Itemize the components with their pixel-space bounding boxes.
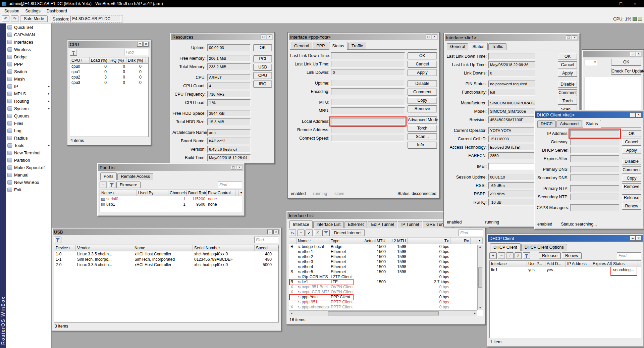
sidebar-item[interactable]: Routing ▸ xyxy=(6,97,51,105)
table-row[interactable]: cpu1 0 0 0 xyxy=(70,69,148,74)
field-input[interactable] xyxy=(331,127,405,133)
sidebar-item[interactable]: Queues xyxy=(6,112,51,119)
tab[interactable]: Traffic xyxy=(488,43,506,50)
filter-icon[interactable] xyxy=(108,182,115,188)
sidebar-item[interactable]: Interfaces xyxy=(6,38,51,46)
filter-icon[interactable] xyxy=(54,237,61,243)
tab[interactable]: Status xyxy=(329,42,347,50)
table-row[interactable]: serial0 1 115200 none xyxy=(100,196,242,202)
table-row[interactable]: cpu3 0 0 0 xyxy=(70,80,148,85)
menu-item[interactable]: Dashboard xyxy=(44,8,70,14)
maximize-icon[interactable]: □ xyxy=(231,165,236,170)
find-input[interactable]: Find xyxy=(124,49,149,56)
action-button[interactable]: Advanced Mode xyxy=(408,116,437,123)
tab[interactable]: Interface xyxy=(289,220,313,228)
sidebar-item[interactable]: Manual xyxy=(6,171,51,179)
minimize-icon[interactable]: – xyxy=(630,236,635,241)
action-button[interactable]: Disable xyxy=(558,81,577,88)
field-input[interactable] xyxy=(570,204,619,211)
firmware-button[interactable]: Firmware xyxy=(116,182,141,188)
table-row[interactable]: 2-0 Linux 3.3.5 xhci-h... xHCI Host Cont… xyxy=(54,262,278,267)
close-icon[interactable]: × xyxy=(636,112,641,117)
table-row[interactable]: ⇆pptp-951 PPTP Client 0 bps xyxy=(289,300,483,305)
column-header-expires[interactable]: Expires After xyxy=(591,261,612,267)
sidebar-item[interactable]: Log xyxy=(6,127,51,134)
table-row[interactable]: cpu0 0 0 0 xyxy=(70,64,148,69)
column-header-speed[interactable]: Speed xyxy=(255,245,273,251)
table-row[interactable]: X ⇆ovpn-951 Beel OVPN Client 0 bps xyxy=(289,285,483,290)
renew-button[interactable]: Renew xyxy=(562,252,582,259)
close-icon[interactable]: × xyxy=(237,165,242,170)
column-header-use-peer[interactable]: Use P... xyxy=(527,261,545,267)
sidebar-item[interactable]: System ▸ xyxy=(6,105,51,112)
tab[interactable]: DHCP Client xyxy=(490,243,521,251)
scroll-right-icon[interactable]: ► xyxy=(474,312,476,315)
table-row[interactable]: 1-1 SimTech, Incorpo... SimTech, Incorpo… xyxy=(54,257,278,262)
field-input[interactable]: 0 xyxy=(331,69,405,76)
column-header-irq[interactable]: IRQ (%) xyxy=(108,57,126,64)
sidebar-item[interactable]: Wireless xyxy=(6,46,51,53)
column-header-flow[interactable]: Flow Control xyxy=(207,190,235,196)
action-button[interactable]: Release xyxy=(622,194,641,201)
action-button[interactable]: Comment xyxy=(408,89,437,96)
redo-icon[interactable]: ↷ xyxy=(11,15,18,22)
table-row[interactable]: lte1 yes yes searching... xyxy=(490,267,641,272)
action-button[interactable]: Torch xyxy=(558,98,577,105)
action-button[interactable]: Cancel xyxy=(558,61,577,68)
disable-icon[interactable]: ✗ xyxy=(515,252,522,259)
check-for-updates-button[interactable]: Check For Updates xyxy=(611,68,641,75)
column-header-load[interactable]: Load (%) xyxy=(90,57,108,64)
table-row[interactable]: usb1 1 9600 none xyxy=(100,202,242,207)
tab[interactable]: DHCP Client Options xyxy=(521,244,567,251)
action-button[interactable]: USB xyxy=(253,64,272,71)
column-header-name[interactable]: Name xyxy=(133,245,193,251)
sidebar-item[interactable]: Radius xyxy=(6,134,51,142)
action-button[interactable]: Comment xyxy=(622,166,641,173)
close-icon[interactable]: × xyxy=(273,230,279,234)
column-header-actual-mtu[interactable]: Actual MTU xyxy=(360,238,387,244)
column-select-icon[interactable]: ▼ xyxy=(238,190,242,196)
sidebar-item[interactable]: Switch xyxy=(6,68,51,75)
find-input[interactable]: Find xyxy=(459,230,483,236)
table-row[interactable]: R ⇅bridge-Local Bridge 1500 1598 0 bps xyxy=(289,244,483,249)
action-button[interactable]: Torch xyxy=(408,125,437,132)
column-header-status[interactable]: Status xyxy=(612,261,638,267)
column-header-add-default[interactable]: Add D... xyxy=(545,261,566,267)
sidebar-item[interactable]: PPP xyxy=(6,60,51,68)
table-row[interactable]: ⇆l2tp-CCR MTS L2TP Client 0 bps xyxy=(289,275,483,280)
titlebar[interactable]: Interface <lte1> □ × xyxy=(445,34,579,41)
column-header-type[interactable]: Type xyxy=(329,238,360,244)
table-row[interactable]: S ⇆ether5 Ethernet 1500 1598 0 bps xyxy=(289,269,483,275)
field-input[interactable] xyxy=(570,130,619,137)
scroll-up-icon[interactable]: ▲ xyxy=(479,245,482,248)
column-select-icon[interactable]: ▼ xyxy=(477,238,483,244)
column-select-icon[interactable]: ▼ xyxy=(146,57,149,64)
ok-button[interactable]: OK xyxy=(611,59,641,66)
tab[interactable]: Status xyxy=(469,43,487,50)
action-button[interactable]: Cancel xyxy=(622,139,641,146)
channel-dropdown[interactable]: ▼ xyxy=(585,59,597,66)
maximize-icon[interactable]: □ xyxy=(614,0,628,7)
safe-mode-button[interactable]: Safe Mode xyxy=(20,15,48,22)
field-input[interactable] xyxy=(331,118,405,125)
scroll-left-icon[interactable]: ◄ xyxy=(290,312,293,315)
tab[interactable]: General xyxy=(291,43,312,49)
action-button[interactable]: Copy xyxy=(408,97,437,104)
filter-icon[interactable] xyxy=(70,49,77,56)
titlebar[interactable]: USB □ × xyxy=(53,229,280,235)
undo-icon[interactable]: ↶ xyxy=(2,15,9,22)
sidebar-item[interactable]: Quick Set xyxy=(6,23,51,31)
action-button[interactable]: Apply xyxy=(408,69,437,76)
maximize-icon[interactable]: □ xyxy=(261,35,266,39)
sidebar-item[interactable]: New WinBox xyxy=(6,179,51,186)
disable-icon[interactable]: ✗ xyxy=(314,230,321,236)
column-header-vendor[interactable]: Vendor xyxy=(76,245,133,251)
table-row[interactable]: ⇆ether3 Ethernet 1500 1598 0 bps xyxy=(289,259,483,264)
action-button[interactable]: Disable xyxy=(408,80,437,87)
field-input[interactable] xyxy=(331,88,405,95)
sidebar-item[interactable]: Files xyxy=(6,119,51,127)
titlebar[interactable]: Interface <ppp-Yota> □ × xyxy=(289,34,438,40)
column-header-tx[interactable]: Tx xyxy=(408,238,450,244)
scroll-down-icon[interactable]: ▼ xyxy=(479,306,482,309)
column-header-channels[interactable]: Channels xyxy=(168,190,187,196)
